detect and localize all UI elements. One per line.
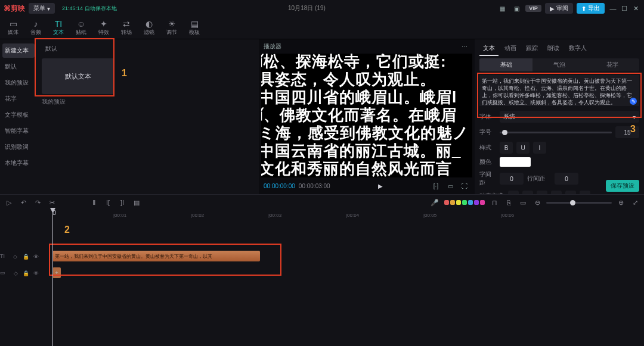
tool-media[interactable]: ▭媒体 [2, 19, 24, 36]
ruler-mark: |00:04 [346, 213, 359, 218]
export-button[interactable]: ⬆ 导出 [577, 3, 605, 14]
track-mute-icon[interactable]: ◇ [12, 253, 18, 260]
cut-tool[interactable]: Ⅱ [88, 197, 99, 208]
split-button[interactable]: ✂ [47, 197, 57, 208]
zoom-in-icon[interactable]: ⊕ [615, 197, 626, 208]
tab-digital[interactable]: 数字人 [565, 42, 590, 56]
annotation-1: 1 [122, 68, 127, 79]
player-title: 播放器 [264, 42, 281, 51]
text-content-input[interactable] [479, 75, 639, 106]
save-preset-button[interactable]: 保存预设 [606, 180, 639, 192]
undo-button[interactable]: ↶ [18, 197, 29, 208]
tracks-area: TI ◇ 🔒 👁 第一站，我们来到位于中国安徽省的黄山。黄山被誉为天下第一奇山，… [0, 230, 644, 282]
player-menu-icon[interactable]: ⋯ [459, 41, 470, 52]
pointer-tool[interactable]: ▷ [4, 197, 14, 208]
italic-button[interactable]: I [533, 142, 546, 154]
subtab-basic[interactable]: 基础 [479, 58, 532, 71]
tab-track[interactable]: 跟踪 [522, 42, 541, 56]
cat-my-presets[interactable]: 我的预设 [2, 76, 35, 90]
track-lock-icon[interactable]: 🔒 [22, 253, 29, 260]
ruler-mark: |00:06 [501, 213, 514, 218]
track2-hide-icon[interactable]: 👁 [33, 270, 39, 277]
lineheight-input[interactable]: 0 [555, 173, 578, 185]
mic-icon[interactable]: 🎤 [429, 197, 440, 208]
minimize-button[interactable]: — [608, 5, 618, 12]
cut-left[interactable]: I[ [103, 197, 113, 208]
fullscreen-icon[interactable]: ⛶ [459, 180, 470, 191]
properties-panel: 文本 动画 跟踪 朗读 数字人 基础 气泡 花字 ✎ 字体 系统▾ 3 字号 1… [475, 39, 644, 194]
module-toolbar: ▭媒体 ♪音频 TI文本 ☺贴纸 ✦特效 ⇄转场 ◐滤镜 ☀调节 ▤模板 [0, 17, 644, 39]
tool-transition[interactable]: ⇄转场 [116, 19, 137, 36]
redo-button[interactable]: ↷ [32, 197, 43, 208]
tool-filter[interactable]: ◐滤镜 [138, 19, 160, 36]
cut-right[interactable]: ]I [117, 197, 128, 208]
cat-lyrics[interactable]: 识别歌词 [2, 140, 35, 154]
cat-default[interactable]: 默认 [2, 60, 35, 74]
add-media-clip[interactable]: + [52, 267, 61, 278]
tab-anim[interactable]: 动画 [501, 42, 520, 56]
underline-button[interactable]: U [516, 142, 530, 154]
text-category-sidebar: 新建文本 默认 我的预设 花字 文字模板 智能字幕 识别歌词 本地字幕 [0, 39, 37, 194]
zoom-slider[interactable] [546, 202, 612, 204]
track2-mute-icon[interactable]: ◇ [13, 270, 19, 277]
tool-adjust[interactable]: ☀调节 [161, 19, 182, 36]
close-button[interactable]: ✕ [631, 5, 640, 13]
chip-default[interactable]: 默认 [42, 43, 61, 55]
vip-badge[interactable]: VIP [525, 5, 541, 12]
title-bar: ⌘剪映 菜单 ▾ 21:45:14 自动保存本地 10月18日 (19) ▦ ▣… [0, 0, 644, 17]
review-button[interactable]: ▶ 审阅 [545, 3, 573, 14]
cat-new-text[interactable]: 新建文本 [2, 43, 35, 58]
ruler-mark: |00:03 [268, 213, 281, 218]
track-color-dots[interactable] [444, 199, 485, 206]
track2-lock-icon[interactable]: 🔒 [23, 270, 29, 277]
player-footer: 00:00:00:00 00:00:03:00 ▶ [·] ▭ ⛶ [259, 177, 475, 194]
text-clip[interactable]: 第一站，我们来到位于中国安徽省的黄山。黄山被誉为天下第一奇山，以其 [52, 251, 260, 261]
tab-text[interactable]: 文本 [479, 42, 499, 56]
size-input[interactable]: 15 [615, 126, 639, 138]
compare-icon[interactable]: ▭ [445, 180, 456, 191]
menu-button[interactable]: 菜单 ▾ [29, 3, 55, 14]
tool-effects[interactable]: ✦特效 [93, 19, 114, 36]
zoom-out-icon[interactable]: ⊖ [532, 197, 543, 208]
ratio-icon[interactable]: [·] [431, 180, 441, 191]
track-hide-icon[interactable]: 👁 [33, 253, 39, 260]
color-swatch[interactable] [500, 157, 531, 167]
layout-icon[interactable]: ▦ [497, 3, 507, 14]
font-select[interactable]: 系统▾ [500, 111, 639, 123]
zoom-fit-icon[interactable]: ⤢ [630, 197, 640, 208]
text-icon: TI [48, 19, 69, 29]
player-stage[interactable]: ǐ松、探海松寺，它们或挺: 具姿态，令人叹为观止。 中国四川省的峨眉山。峨眉l … [261, 54, 472, 177]
play-button[interactable]: ▶ [375, 180, 386, 191]
size-slider[interactable] [500, 132, 612, 133]
default-text-card[interactable]: 默认文本 [42, 58, 114, 94]
bold-button[interactable]: B [500, 142, 513, 154]
edit-pen-icon[interactable]: ✎ [630, 98, 637, 105]
panel-icon[interactable]: ▣ [511, 3, 522, 14]
chevron-down-icon: ▾ [633, 114, 636, 120]
tool-sticker[interactable]: ☺贴纸 [70, 19, 92, 36]
ruler-mark: |00:02 [191, 213, 204, 218]
text-library-panel: 新建文本 默认 我的预设 花字 文字模板 智能字幕 识别歌词 本地字幕 默认 默… [0, 39, 259, 194]
tool-audio[interactable]: ♪音频 [25, 19, 47, 36]
cat-local-subs[interactable]: 本地字幕 [2, 156, 35, 170]
track-video-label: ▭ [0, 270, 5, 277]
playhead[interactable] [52, 210, 53, 346]
font-label: 字体 [479, 113, 496, 121]
preview-icon[interactable]: ▭ [518, 197, 528, 208]
subtab-bubble[interactable]: 气泡 [532, 58, 586, 71]
tool-text[interactable]: TI文本 [48, 19, 69, 36]
maximize-button[interactable]: ☐ [620, 5, 629, 13]
video-track: ▭ ◇ 🔒 👁 + [0, 265, 644, 282]
time-ruler[interactable]: 0 |00:01 |00:02 |00:03 |00:04 |00:05 |00… [42, 210, 642, 221]
link-icon[interactable]: ⎘ [503, 197, 514, 208]
magnet-icon[interactable]: ⊓ [489, 197, 500, 208]
cat-fancy[interactable]: 花字 [2, 92, 35, 106]
cat-smart-subs[interactable]: 智能字幕 [2, 124, 35, 138]
app-logo: ⌘剪映 [4, 4, 25, 14]
tab-read[interactable]: 朗读 [544, 42, 563, 56]
cat-templates[interactable]: 文字模板 [2, 108, 35, 122]
subtab-fancy[interactable]: 花字 [586, 58, 639, 71]
annotation-tool[interactable]: ▤ [131, 197, 142, 208]
kerning-input[interactable]: 0 [500, 173, 524, 185]
tool-template[interactable]: ▤模板 [184, 19, 205, 36]
